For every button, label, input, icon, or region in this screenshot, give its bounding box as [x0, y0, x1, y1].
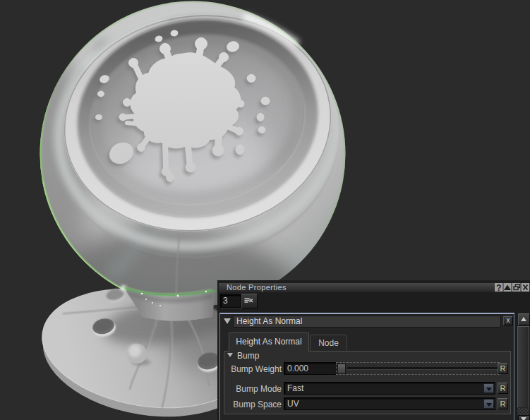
svg-text:?: ?: [496, 283, 501, 292]
